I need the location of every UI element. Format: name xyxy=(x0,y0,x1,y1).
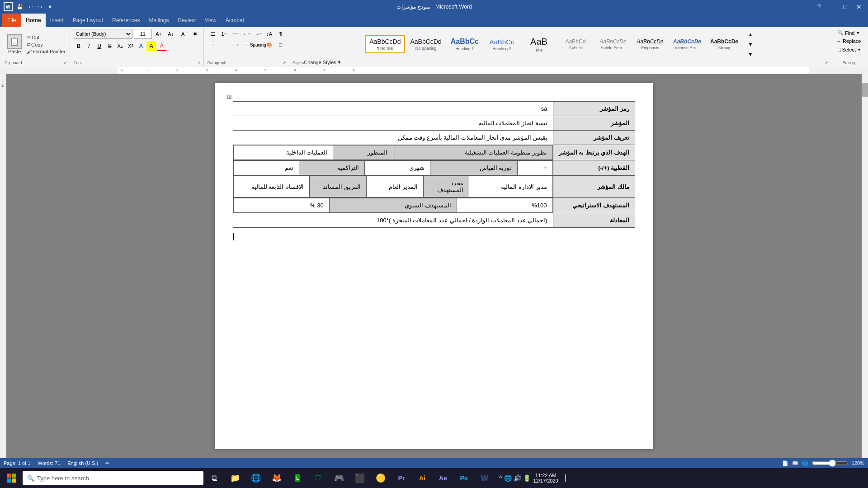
minecraft-button[interactable]: ⬛ xyxy=(350,468,370,488)
row4-col2[interactable]: المنظور xyxy=(333,145,393,160)
font-color-button[interactable]: A xyxy=(157,41,167,51)
paste-button[interactable]: 📋 Paste xyxy=(5,33,24,56)
ribbon-toggle[interactable]: ? xyxy=(815,2,824,11)
row6-col4[interactable]: الفريق المساند xyxy=(310,176,367,197)
row5-col5[interactable]: نعم xyxy=(234,161,299,175)
task-view-button[interactable]: ⧉ xyxy=(204,468,224,488)
scroll-thumb[interactable] xyxy=(862,83,868,97)
tab-references[interactable]: References xyxy=(108,14,144,27)
style-heading1[interactable]: AaBbCc Heading 1 xyxy=(447,35,483,53)
illustrator-button[interactable]: Ai xyxy=(412,468,432,488)
xbox-button[interactable]: 🎮 xyxy=(329,468,349,488)
increase-indent[interactable]: →≡ xyxy=(253,29,264,39)
change-styles-button[interactable]: Change Styles ▼ xyxy=(304,60,341,65)
show-desktop-button[interactable]: ▕ xyxy=(561,474,566,482)
page-area[interactable]: ⊞ رمز المؤشر sa المؤشر نسبة انجاز المعام… xyxy=(6,74,862,458)
show-formatting[interactable]: ¶ xyxy=(275,29,286,39)
style-no-spacing[interactable]: AaBbCcDd No Spacing xyxy=(406,36,445,53)
numbering-button[interactable]: 1≡ xyxy=(219,29,230,39)
tray-show-hidden[interactable]: ^ xyxy=(499,474,502,482)
font-size-more[interactable]: A xyxy=(178,29,189,39)
replace-button[interactable]: ↔ Replace xyxy=(835,38,863,45)
style-strong[interactable]: AaBbCcDe Strong xyxy=(706,36,742,52)
launchpad-button[interactable]: L xyxy=(288,468,307,488)
chrome-button[interactable]: 🟡 xyxy=(371,468,391,488)
style-heading2[interactable]: AaBbCc Heading 2 xyxy=(484,36,520,53)
row5-col1[interactable]: + xyxy=(518,161,552,175)
row8-value[interactable]: (اجمالي عدد المعاملات الواردة / اجمالي ع… xyxy=(233,213,553,228)
word-taskbar-button[interactable]: W xyxy=(475,468,495,488)
align-right[interactable]: ≡→ xyxy=(230,40,241,50)
quick-access-dropdown[interactable]: ▼ xyxy=(46,4,54,10)
view-reading-icon[interactable]: 📖 xyxy=(792,460,798,466)
styles-scroll-up[interactable]: ▲ xyxy=(745,29,756,39)
clipboard-expand[interactable]: ↗ xyxy=(63,61,67,65)
find-button[interactable]: 🔍 Find ▼ xyxy=(835,29,862,37)
row6-col2[interactable]: محددالمستهدف xyxy=(423,176,469,197)
kaspersky-button[interactable]: 🛡 xyxy=(308,468,328,488)
font-expand[interactable]: ↗ xyxy=(197,61,201,65)
style-subtle-em[interactable]: AaBbCcDe Subtle Emp... xyxy=(595,36,631,52)
scroll-bar[interactable] xyxy=(862,74,868,458)
row6-col1[interactable]: مدير الادارة المالية xyxy=(469,176,552,197)
style-intense-em[interactable]: AaBbCcDe Intense Em... xyxy=(669,36,705,52)
tab-acrobat[interactable]: Acrobat xyxy=(221,14,249,27)
undo-quick-access[interactable]: ↩ xyxy=(27,4,34,10)
style-subtitle[interactable]: AaBbCci Subtitle xyxy=(558,36,594,52)
file-explorer-button[interactable]: 📁 xyxy=(225,468,245,488)
document-page[interactable]: ⊞ رمز المؤشر sa المؤشر نسبة انجاز المعام… xyxy=(215,83,653,449)
zoom-slider[interactable] xyxy=(812,461,848,465)
row5-col4[interactable]: التراكمية xyxy=(299,161,365,175)
text-effects-button[interactable]: A xyxy=(136,41,146,51)
font-name-select[interactable]: Calibri (Body) xyxy=(74,29,132,39)
superscript-button[interactable]: X² xyxy=(126,41,136,51)
system-clock[interactable]: 11:22 AM 12/17/2020 xyxy=(533,473,558,483)
tab-file[interactable]: File xyxy=(2,14,21,27)
row6-col5[interactable]: الاقسام التابعة للمالية xyxy=(234,176,310,197)
style-emphasis[interactable]: AaBbCcDe Emphasis xyxy=(632,36,668,52)
photoshop-button[interactable]: Ps xyxy=(454,468,474,488)
select-button[interactable]: ⬚ Select ▼ xyxy=(835,46,863,53)
sort-button[interactable]: ↕A xyxy=(264,29,275,39)
tab-review[interactable]: Review xyxy=(173,14,200,27)
subscript-button[interactable]: X₂ xyxy=(115,41,125,51)
bullets-button[interactable]: ☰ xyxy=(208,29,218,39)
tab-home[interactable]: Home xyxy=(21,14,45,27)
font-size-input[interactable] xyxy=(134,29,152,39)
row3-value[interactable]: يقيس المؤشر مدى انجاز المعاملات المالية … xyxy=(233,131,553,145)
row7-col2[interactable]: المستهدف السنوي xyxy=(329,198,457,213)
row5-col2[interactable]: دورية القياس xyxy=(430,161,517,175)
row7-col1[interactable]: %100 xyxy=(457,198,552,213)
decrease-indent[interactable]: ←≡ xyxy=(241,29,252,39)
firefox-button[interactable]: 🦊 xyxy=(267,468,287,488)
underline-button[interactable]: U xyxy=(94,41,104,51)
tab-mailings[interactable]: Mailings xyxy=(144,14,173,27)
minimize-button[interactable]: ─ xyxy=(827,2,837,11)
row4-col1[interactable]: تطوير منظومة العمليات التشغيلية xyxy=(393,145,552,160)
border-button[interactable]: □ xyxy=(275,40,286,50)
copy-button[interactable]: ⧉ Copy xyxy=(25,41,67,48)
format-painter-button[interactable]: 🖌 Format Painter xyxy=(25,48,67,55)
edge-button[interactable]: 🌐 xyxy=(246,468,266,488)
row4-col3[interactable]: العمليات الداخلية xyxy=(234,145,333,160)
save-quick-access[interactable]: 💾 xyxy=(15,4,24,10)
font-size-decrease[interactable]: A↓ xyxy=(165,29,176,39)
styles-scroll-down[interactable]: ▼ xyxy=(745,39,756,49)
line-spacing[interactable]: Spacing xyxy=(253,40,264,50)
paragraph-expand[interactable]: ↗ xyxy=(283,61,286,65)
tray-volume[interactable]: 🔊 xyxy=(514,474,521,482)
row2-value[interactable]: نسبة انجاز المعاملات المالية xyxy=(233,116,553,131)
text-highlight-button[interactable]: A xyxy=(146,41,156,51)
styles-more[interactable]: ▼ xyxy=(745,49,756,59)
tray-battery[interactable]: 🔋 xyxy=(523,474,531,482)
close-button[interactable]: ✕ xyxy=(854,2,864,11)
view-normal-icon[interactable]: 📄 xyxy=(782,460,788,466)
row6-col3[interactable]: المدير العام xyxy=(367,176,424,197)
tab-page-layout[interactable]: Page Layout xyxy=(68,14,108,27)
font-size-increase[interactable]: A↑ xyxy=(153,29,164,39)
tab-view[interactable]: View xyxy=(200,14,221,27)
premiere-button[interactable]: Pr xyxy=(392,468,411,488)
taskbar-search-box[interactable]: 🔍 Type here to search xyxy=(23,471,203,485)
view-web-icon[interactable]: 🌐 xyxy=(802,460,808,466)
strikethrough-button[interactable]: S xyxy=(105,41,115,51)
